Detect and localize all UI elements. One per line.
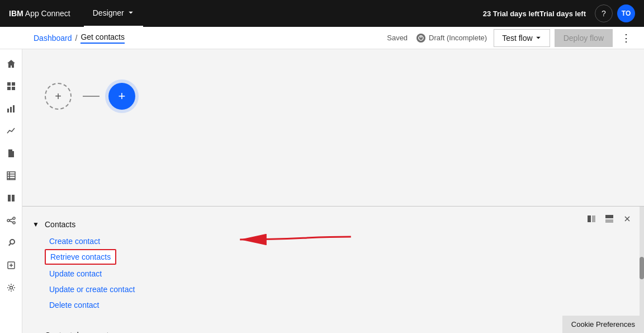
power-icon <box>418 35 424 41</box>
sidebar-icon-chart[interactable] <box>1 99 21 119</box>
table-icon <box>7 171 16 180</box>
more-options-button[interactable]: ⋮ <box>617 29 635 47</box>
sidebar-icon-settings[interactable] <box>1 278 21 298</box>
home-icon <box>7 59 16 68</box>
contacts-item-wrapper-create: Create contact <box>45 233 644 249</box>
status-icon <box>416 34 425 43</box>
status-text: Draft (Incomplete) <box>429 34 487 42</box>
scrollbar[interactable] <box>640 207 644 333</box>
sidebar-icon-doc[interactable] <box>1 143 21 163</box>
update-or-create-contact-link[interactable]: Update or create contact <box>45 282 644 297</box>
chevron-down-icon <box>127 10 134 16</box>
contacts-item-wrapper-update-create: Update or create contact <box>45 282 644 297</box>
content-documents-section: ▼ Content documents Retrieve contents of… <box>22 317 644 333</box>
create-contact-link[interactable]: Create contact <box>45 233 644 249</box>
svg-rect-24 <box>592 215 595 222</box>
sidebar-icon-home[interactable] <box>1 54 21 74</box>
svg-rect-3 <box>12 82 15 86</box>
sidebar <box>0 49 22 333</box>
sidebar-icon-key[interactable] <box>1 233 21 253</box>
integrate-icon <box>7 216 16 225</box>
blue-node-button[interactable]: + <box>108 83 135 110</box>
breadcrumb-dashboard[interactable]: Dashboard <box>34 34 72 43</box>
contacts-item-wrapper-delete: Delete contact <box>45 297 644 313</box>
close-icon <box>623 214 632 223</box>
trial-suffix: Trial days left <box>493 10 539 18</box>
content-docs-label: Content documents <box>45 331 112 333</box>
svg-rect-25 <box>605 215 613 218</box>
svg-rect-5 <box>12 87 15 90</box>
scrollbar-thumb[interactable] <box>640 257 644 279</box>
catalog-icon <box>7 194 16 203</box>
breadcrumb-separator: / <box>75 34 78 43</box>
split-horizontal-icon <box>605 214 614 223</box>
panel-split-vertical-button[interactable] <box>584 211 599 227</box>
split-vertical-icon <box>587 214 596 223</box>
chevron-down-icon <box>535 35 542 41</box>
svg-rect-23 <box>588 215 591 222</box>
key-icon <box>7 238 16 247</box>
update-contact-link[interactable]: Update contact <box>45 266 644 282</box>
contacts-label: Contacts <box>45 220 75 229</box>
node-connector: + <box>83 83 135 110</box>
contacts-header[interactable]: ▼ Contacts <box>22 215 644 233</box>
top-nav: IBM App Connect Designer 23 Trial days l… <box>0 0 644 27</box>
tasks-icon <box>7 261 16 270</box>
svg-rect-8 <box>13 105 15 112</box>
panel-close-button[interactable] <box>619 211 635 227</box>
content-documents-header[interactable]: ▼ Content documents <box>22 326 644 333</box>
sidebar-icon-grid[interactable] <box>1 76 21 96</box>
contacts-section: ▼ Contacts Create contact Retrieve conta… <box>22 207 644 317</box>
saved-label: Saved <box>387 34 408 42</box>
chart-icon <box>7 104 16 113</box>
settings-icon <box>7 283 16 292</box>
document-icon <box>7 149 16 158</box>
contacts-item-wrapper-update: Update contact <box>45 266 644 282</box>
deploy-flow-button[interactable]: Deploy flow <box>555 29 613 47</box>
trial-info: 23 Trial days leftTrial days left <box>483 10 586 18</box>
svg-point-22 <box>10 287 12 289</box>
svg-rect-4 <box>7 87 11 90</box>
svg-point-14 <box>7 219 10 222</box>
test-flow-button[interactable]: Test flow <box>494 29 550 47</box>
panel-toolbar <box>584 211 635 227</box>
avatar[interactable]: TO <box>617 4 635 22</box>
test-flow-label: Test flow <box>502 34 532 43</box>
breadcrumb-current: Get contacts <box>80 32 125 44</box>
retrieve-contacts-link[interactable]: Retrieve contacts <box>45 249 116 265</box>
add-node-button[interactable]: + <box>45 83 72 110</box>
flow-canvas: + + <box>22 49 644 206</box>
content-docs-chevron-icon: ▼ <box>31 331 40 333</box>
contacts-item-wrapper-retrieve: Retrieve contacts <box>45 249 116 265</box>
svg-rect-6 <box>7 109 9 112</box>
main-layout: + + ▼ Co <box>0 49 644 333</box>
trial-days: 23 <box>483 10 491 18</box>
sidebar-icon-tasks[interactable] <box>1 255 21 275</box>
sidebar-icon-analytics[interactable] <box>1 121 21 141</box>
grid-icon <box>7 82 16 91</box>
sidebar-icon-integrate[interactable] <box>1 210 21 231</box>
contacts-chevron-icon: ▼ <box>31 220 40 229</box>
breadcrumb: Dashboard / Get contacts <box>34 32 125 44</box>
sidebar-icon-table[interactable] <box>1 166 21 186</box>
secondary-nav: Dashboard / Get contacts Saved Draft (In… <box>0 27 644 49</box>
svg-line-18 <box>10 221 13 222</box>
svg-rect-2 <box>7 82 11 86</box>
designer-label: Designer <box>93 8 124 17</box>
panel-split-horizontal-button[interactable] <box>602 211 617 227</box>
content-area: + + ▼ Co <box>22 49 644 333</box>
help-button[interactable]: ? <box>595 4 613 22</box>
contacts-items: Create contact Retrieve contacts Update … <box>22 233 644 313</box>
svg-point-15 <box>13 217 15 219</box>
brand: IBM App Connect <box>9 9 70 18</box>
cookie-preferences-button[interactable]: Cookie Preferences <box>562 316 644 333</box>
sidebar-icon-catalog[interactable] <box>1 188 21 208</box>
bottom-panel: ▼ Contacts Create contact Retrieve conta… <box>22 206 644 333</box>
svg-rect-26 <box>605 219 613 223</box>
delete-contact-link[interactable]: Delete contact <box>45 297 644 313</box>
svg-rect-7 <box>10 107 12 112</box>
connector-line <box>83 96 100 97</box>
designer-tab[interactable]: Designer <box>84 0 143 27</box>
status-badge: Draft (Incomplete) <box>416 34 487 43</box>
svg-line-17 <box>10 219 13 220</box>
